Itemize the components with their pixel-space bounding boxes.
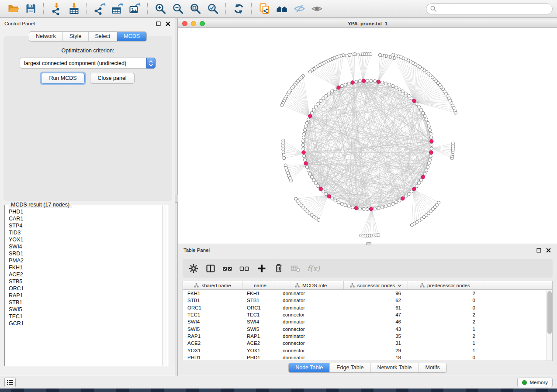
- tab-edge-table[interactable]: Edge Table: [329, 363, 370, 372]
- delete-column-button[interactable]: [272, 262, 285, 275]
- table-scrollbar[interactable]: [547, 290, 552, 361]
- result-node-item[interactable]: ACE2: [9, 271, 162, 278]
- zoom-out-button[interactable]: [170, 2, 186, 16]
- search-input[interactable]: [439, 6, 548, 12]
- add-column-button[interactable]: [255, 262, 268, 275]
- zoom-in-button[interactable]: [152, 2, 168, 16]
- save-session-button[interactable]: [23, 2, 38, 16]
- export-image-icon: [128, 3, 141, 15]
- result-node-item[interactable]: STP4: [9, 222, 162, 229]
- result-node-item[interactable]: ORC1: [9, 285, 162, 292]
- column-header-shared-name[interactable]: shared name: [183, 281, 242, 289]
- show-columns-button[interactable]: [204, 262, 217, 275]
- network-window-titlebar[interactable]: YPA_prune.txt_1: [178, 20, 557, 28]
- function-builder-button[interactable]: f(x): [306, 264, 320, 273]
- result-node-item[interactable]: PHD1: [9, 208, 162, 215]
- mcds-result-list[interactable]: PHD1CAR1STP4TID3YOX1SWI4SRD1PMA2FKH1ACE2…: [5, 206, 162, 365]
- criterion-dropdown[interactable]: largest connected component (undirected): [20, 58, 156, 69]
- apply-layout-button[interactable]: [231, 2, 246, 16]
- result-node-item[interactable]: SRD1: [9, 250, 162, 257]
- network-window: YPA_prune.txt_1: [178, 20, 557, 244]
- column-header-successor-nodes[interactable]: successor nodes: [344, 281, 408, 289]
- cell-successor-nodes: 43: [344, 327, 408, 332]
- import-table-icon: [68, 3, 80, 15]
- result-node-item[interactable]: GCR1: [9, 320, 162, 327]
- clone-network-icon: [258, 3, 271, 15]
- tab-network[interactable]: Network: [29, 32, 62, 41]
- tab-select[interactable]: Select: [88, 32, 117, 41]
- result-node-item[interactable]: FKH1: [9, 264, 162, 271]
- zoom-window-icon[interactable]: [200, 21, 205, 26]
- cell-mcds-role: dominator: [278, 355, 344, 360]
- cell-mcds-role: dominator: [278, 291, 344, 296]
- result-node-item[interactable]: STB5: [9, 278, 162, 285]
- result-node-item[interactable]: SWI5: [9, 306, 162, 313]
- network-graph[interactable]: [178, 28, 557, 244]
- cell-successor-nodes: 61: [344, 305, 408, 310]
- column-header-mcds-role[interactable]: MCDS role: [278, 281, 344, 289]
- tab-motifs[interactable]: Motifs: [418, 363, 446, 372]
- import-table-button[interactable]: [66, 2, 82, 16]
- network-canvas[interactable]: [178, 28, 557, 244]
- close-table-panel-button[interactable]: [545, 247, 552, 254]
- export-image-button[interactable]: [127, 2, 142, 16]
- result-node-item[interactable]: RAP1: [9, 292, 162, 299]
- hide-selected-button[interactable]: [291, 2, 307, 16]
- table-row[interactable]: FKH1FKH1dominator962: [183, 290, 547, 297]
- memory-button[interactable]: Memory: [517, 378, 553, 387]
- result-node-item[interactable]: SWI4: [9, 243, 162, 250]
- result-node-item[interactable]: TEC1: [9, 313, 162, 320]
- mcds-result-scrollbar[interactable]: [162, 205, 168, 366]
- delete-table-button[interactable]: [289, 262, 302, 275]
- tab-network-table[interactable]: Network Table: [370, 363, 419, 372]
- zoom-selected-button[interactable]: [205, 2, 221, 16]
- result-node-item[interactable]: YOX1: [9, 236, 162, 243]
- open-file-button[interactable]: [5, 2, 21, 16]
- table-row[interactable]: STB1STB1dominator620: [183, 297, 547, 304]
- table-row[interactable]: TEC1TEC1connector472: [183, 311, 547, 318]
- table-row[interactable]: SWI5SWI5connector431: [183, 325, 547, 332]
- close-window-icon[interactable]: [182, 21, 187, 26]
- run-mcds-button[interactable]: Run MCDS: [41, 73, 84, 84]
- show-panels-button[interactable]: [4, 378, 16, 387]
- deselect-all-rows-button[interactable]: [238, 262, 251, 275]
- close-panel-button-mcds[interactable]: Close panel: [90, 73, 135, 84]
- tab-mcds[interactable]: MCDS: [117, 32, 146, 41]
- clone-network-button[interactable]: [256, 2, 272, 16]
- result-node-item[interactable]: PMA2: [9, 257, 162, 264]
- float-panel-button[interactable]: [155, 20, 162, 27]
- import-network-button[interactable]: [48, 2, 64, 16]
- select-all-rows-button[interactable]: [221, 262, 234, 275]
- zoom-fit-button[interactable]: [187, 2, 203, 16]
- export-table-button[interactable]: [109, 2, 125, 16]
- cell-name: SWI4: [242, 319, 278, 324]
- column-header-name[interactable]: name: [242, 281, 278, 289]
- window-controls: [182, 21, 205, 26]
- tab-style[interactable]: Style: [62, 32, 88, 41]
- table-row[interactable]: PHD1PHD1dominator180: [183, 354, 547, 361]
- search-box[interactable]: [426, 3, 553, 14]
- table-row[interactable]: ACE2ACE2connector311: [183, 340, 547, 347]
- column-settings-button[interactable]: [187, 262, 200, 275]
- minimize-window-icon[interactable]: [191, 21, 196, 26]
- result-node-item[interactable]: TID3: [9, 229, 162, 236]
- table-scrollbar-thumb[interactable]: [547, 291, 552, 334]
- column-header-predecessor-nodes[interactable]: predecessor nodes: [408, 281, 482, 289]
- export-network-button[interactable]: [92, 2, 107, 16]
- float-table-panel-button[interactable]: [535, 247, 542, 254]
- table-row[interactable]: ORC1ORC1dominator610: [183, 304, 547, 311]
- result-node-item[interactable]: CAR1: [9, 215, 162, 222]
- first-neighbors-button[interactable]: [274, 2, 290, 16]
- close-panel-button[interactable]: [164, 20, 171, 27]
- horizontal-splitter-grip[interactable]: [366, 242, 371, 245]
- table-row[interactable]: SWI4SWI4dominator462: [183, 318, 547, 325]
- plus-icon: [257, 264, 266, 273]
- result-node-item[interactable]: STB1: [9, 299, 162, 306]
- tab-node-table[interactable]: Node Table: [289, 363, 329, 372]
- show-all-button[interactable]: [309, 2, 325, 16]
- cell-name: ORC1: [242, 305, 278, 310]
- table-row[interactable]: YOX1YOX1connector291: [183, 347, 547, 354]
- cell-mcds-role: dominator: [278, 298, 344, 303]
- table-row[interactable]: RAP1RAP1dominator352: [183, 333, 547, 340]
- cell-name: FKH1: [242, 291, 278, 296]
